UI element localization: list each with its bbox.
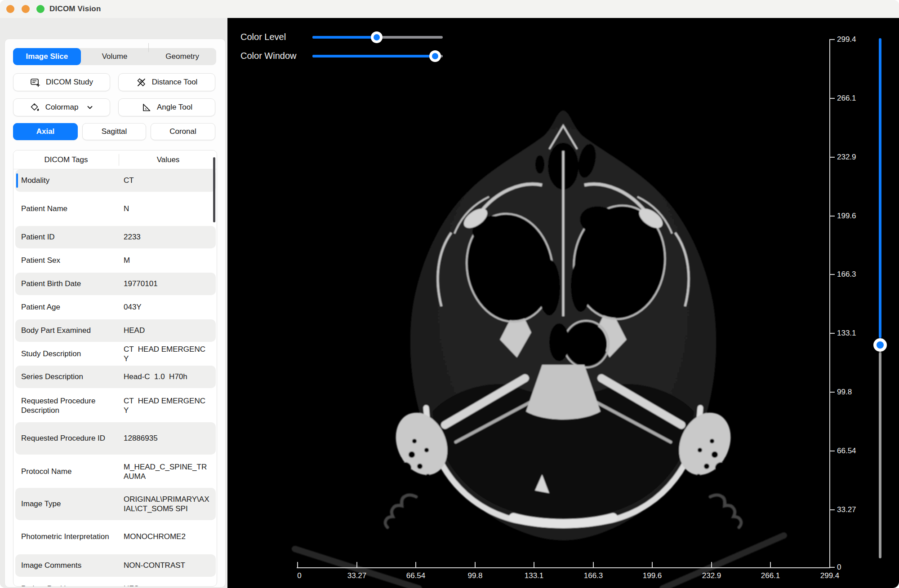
window-title: DICOM Vision — [49, 4, 101, 13]
x-axis-tick-label: 0 — [297, 571, 301, 580]
dicom-tags-table: DICOM Tags Values Modality CT Patient Na… — [13, 150, 217, 587]
distance-tool-label: Distance Tool — [152, 78, 198, 87]
y-axis-tick-label: 0 — [837, 563, 841, 572]
y-axis-tick-label: 66.54 — [837, 447, 856, 455]
x-axis-tick-label: 199.6 — [643, 571, 662, 580]
y-axis — [829, 39, 830, 568]
table-row[interactable]: Body Part Examined HEAD — [13, 319, 217, 342]
tab-geometry[interactable]: Geometry — [148, 48, 216, 65]
slice-slider-thumb[interactable] — [873, 338, 887, 352]
table-row[interactable]: Requested Procedure Description CT HEAD … — [13, 389, 217, 422]
colormap-icon — [30, 102, 40, 113]
x-axis-tick-label: 99.8 — [467, 571, 482, 580]
table-row[interactable]: Photometric Interpretation MONOCHROME2 — [13, 521, 217, 553]
y-axis-tick-label: 166.3 — [837, 270, 856, 279]
header-values: Values — [119, 150, 217, 169]
tab-divider — [148, 43, 149, 52]
x-axis-tick-label: 133.1 — [525, 571, 544, 580]
x-axis-tick-label: 299.4 — [820, 571, 840, 580]
table-row[interactable]: Patient Sex M — [13, 249, 217, 272]
y-axis-tick-label: 199.6 — [837, 212, 856, 221]
view-sagittal-button[interactable]: Sagittal — [82, 123, 146, 140]
table-row[interactable]: Study Description CT HEAD EMERGENCY — [13, 343, 217, 365]
table-row[interactable]: Requested Procedure ID 12886935 — [13, 422, 217, 455]
selected-row-indicator — [16, 173, 18, 188]
y-axis-tick-label: 33.27 — [837, 505, 856, 514]
color-level-thumb[interactable] — [371, 31, 383, 43]
sidebar: Image Slice Volume Geometry DICOM Study — [0, 18, 227, 588]
slice-slider-track[interactable] — [879, 352, 881, 558]
view-coronal-button[interactable]: Coronal — [151, 123, 215, 140]
table-header: DICOM Tags Values — [13, 150, 217, 169]
app-window: DICOM Vision Image Slice Volume Geometry… — [0, 0, 899, 588]
colormap-label: Colormap — [45, 103, 79, 112]
table-row[interactable]: Patient Name N — [13, 198, 217, 220]
table-row-modality[interactable]: Modality CT — [13, 169, 217, 192]
table-row[interactable]: Patient Birth Date 19770101 — [13, 273, 217, 295]
ct-axial-slice[interactable] — [227, 18, 899, 588]
dicom-study-button[interactable]: DICOM Study — [13, 73, 110, 91]
y-axis-tick-label: 99.8 — [837, 388, 852, 397]
view-axial-button[interactable]: Axial — [13, 123, 78, 140]
viewer-area: Color Level Color Window 0 33.27 66.54 9… — [227, 18, 899, 588]
angle-tool-icon — [141, 102, 151, 113]
mode-tabs: Image Slice Volume Geometry — [13, 48, 216, 65]
table-row[interactable]: Patient Age 043Y — [13, 296, 217, 318]
table-vertical-scrollbar[interactable] — [213, 157, 215, 222]
ct-sphenoid-sinus — [565, 323, 607, 366]
ct-table-edge-left — [295, 549, 419, 588]
y-axis-tick-label: 266.1 — [837, 94, 856, 103]
color-window-thumb[interactable] — [429, 50, 441, 62]
table-row[interactable]: Patient ID 2233 — [13, 226, 217, 248]
x-axis-tick-label: 66.54 — [406, 571, 426, 580]
y-axis-tick-label: 299.4 — [837, 35, 856, 44]
title-bar: DICOM Vision — [0, 0, 899, 18]
x-axis-tick-label: 232.9 — [702, 571, 721, 580]
ct-ear-right — [710, 495, 741, 527]
color-level-label: Color Level — [240, 32, 286, 42]
zoom-button[interactable] — [36, 5, 45, 13]
header-divider — [119, 154, 119, 166]
tab-image-slice[interactable]: Image Slice — [13, 48, 81, 65]
colormap-button[interactable]: Colormap — [13, 98, 110, 116]
distance-tool-icon — [136, 77, 147, 88]
slice-slider-fill[interactable] — [879, 38, 881, 338]
angle-tool-label: Angle Tool — [157, 103, 192, 112]
close-button[interactable] — [6, 5, 14, 13]
table-row[interactable]: Series Description Head-C 1.0 H70h — [13, 366, 217, 388]
table-row[interactable]: Patient Position HFS — [13, 578, 217, 587]
chevron-down-icon — [86, 104, 93, 111]
dicom-study-label: DICOM Study — [46, 78, 93, 87]
color-window-slider[interactable] — [312, 55, 443, 57]
color-window-label: Color Window — [240, 51, 296, 61]
ct-ear-left — [385, 495, 416, 527]
table-row[interactable]: Image Type ORIGINAL\PRIMARY\AXIAL\CT_SOM… — [13, 488, 217, 520]
tab-volume[interactable]: Volume — [81, 48, 149, 65]
x-axis-tick-label: 266.1 — [761, 571, 780, 580]
x-axis — [297, 567, 830, 568]
y-axis-tick-label: 133.1 — [837, 329, 856, 338]
y-axis-tick-label: 232.9 — [837, 153, 856, 162]
angle-tool-button[interactable]: Angle Tool — [118, 98, 215, 116]
sidebar-panel: Image Slice Volume Geometry DICOM Study — [4, 39, 226, 588]
x-axis-tick-label: 33.27 — [347, 571, 367, 580]
minimize-button[interactable] — [22, 5, 30, 13]
header-dicom-tags: DICOM Tags — [13, 150, 119, 169]
x-axis-tick-label: 166.3 — [584, 571, 603, 580]
dicom-study-icon — [30, 77, 40, 88]
distance-tool-button[interactable]: Distance Tool — [118, 73, 215, 91]
table-row[interactable]: Image Comments NON-CONTRAST — [13, 554, 217, 577]
table-row[interactable]: Protocol Name M_HEAD_C_SPINE_TRAUMA — [13, 455, 217, 488]
